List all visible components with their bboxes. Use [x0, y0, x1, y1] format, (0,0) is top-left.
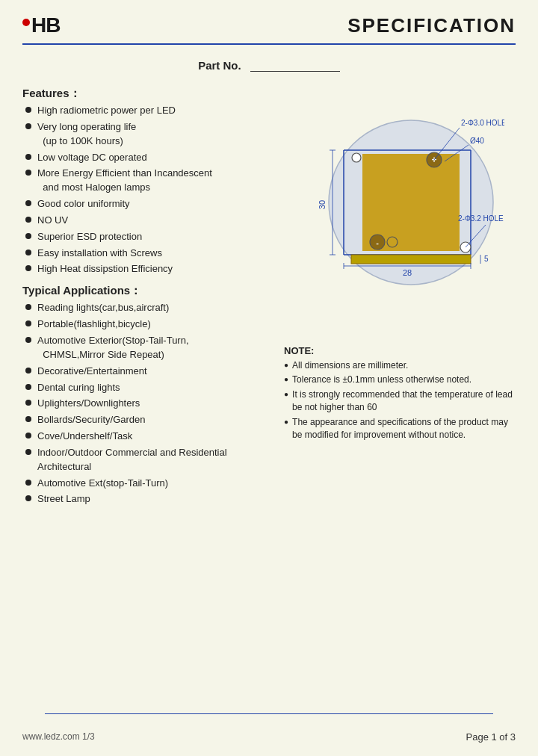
item-text: NO UV [37, 214, 276, 228]
bullet-dot [25, 107, 31, 113]
list-item: High Heat dissipstion Efficiency [22, 262, 276, 276]
item-text: Decorative/Entertainment [37, 365, 276, 379]
item-text: Indoor/Outdoor Commercial and Residentia… [37, 446, 276, 474]
item-text: High Heat dissipstion Efficiency [37, 262, 276, 276]
list-item: Very long operating life (up to 100K hou… [22, 120, 276, 149]
item-text: Cove/Undershelf/Task [37, 430, 276, 444]
bullet-dot [25, 368, 31, 374]
bullet-dot [25, 320, 31, 326]
svg-rect-6 [351, 255, 471, 264]
list-item: NO UV [22, 214, 276, 228]
part-no-line [250, 58, 340, 72]
right-column: + - 28 30 [284, 79, 516, 509]
svg-text:30: 30 [318, 200, 327, 209]
notes-section: NOTE: All dimensions are millimeter. Tol… [284, 341, 516, 441]
part-no-row: Part No. [0, 58, 538, 72]
note-item: Tolerance is ±0.1mm unless otherwise not… [284, 374, 516, 386]
logo-text: HB [31, 13, 60, 37]
footer-page: Page 1 of 3 [466, 731, 516, 743]
bullet-dot [25, 480, 31, 486]
item-text: Automotive Ext(stop-Tail-Turn) [37, 477, 276, 491]
item-text: More Energy Efficient than Incandescent … [37, 167, 276, 195]
list-item: Easy installation with Screws [22, 247, 276, 261]
item-text: Portable(flashlight,bicycle) [37, 317, 276, 332]
list-item: Low voltage DC operated [22, 151, 276, 165]
note-text: It is strongly recommended that the temp… [292, 388, 516, 415]
header-divider [22, 43, 516, 45]
item-text: Uplighters/Downlighters [37, 397, 276, 411]
footer-url: www.ledz.com 1/3 [22, 731, 95, 743]
list-item: More Energy Efficient than Incandescent … [22, 167, 276, 195]
list-item: Decorative/Entertainment [22, 365, 276, 379]
list-item: Street Lamp [22, 492, 276, 506]
item-text: Easy installation with Screws [37, 247, 276, 261]
bullet-dot [25, 449, 31, 455]
item-text: Dental curing lights [37, 381, 276, 395]
list-item: Bollards/Security/Garden [22, 413, 276, 427]
item-text: Reading lights(car,bus,aircraft) [37, 301, 276, 315]
notes-list: All dimensions are millimeter. Tolerance… [284, 359, 516, 441]
bullet-dot [25, 433, 31, 439]
list-item: Automotive Exterior(Stop-Tail-Turn, CHMS… [22, 334, 276, 362]
item-text: Superior ESD protection [37, 230, 276, 244]
list-item: Cove/Undershelf/Task [22, 430, 276, 444]
item-text: High radiometric power per LED [37, 104, 276, 118]
note-text: The appearance and specifications of the… [292, 416, 516, 442]
bullet-dot [25, 250, 31, 255]
page: HB SPECIFICATION Part No. Features： High… [0, 0, 538, 756]
note-text: Tolerance is ±0.1mm unless otherwise not… [292, 374, 471, 386]
svg-text:Ø40: Ø40 [470, 137, 484, 145]
list-item: Reading lights(car,bus,aircraft) [22, 301, 276, 315]
svg-point-12 [352, 153, 361, 162]
list-item: Uplighters/Downlighters [22, 397, 276, 411]
svg-text:5: 5 [484, 255, 489, 263]
list-item: Dental curing lights [22, 381, 276, 395]
component-diagram: + - 28 30 [295, 87, 504, 341]
note-item: All dimensions are millimeter. [284, 359, 516, 372]
bullet-dot [25, 400, 31, 406]
note-item: It is strongly recommended that the temp… [284, 388, 516, 415]
logo-dot [22, 19, 30, 26]
spec-title: SPECIFICATION [347, 14, 516, 37]
footer-divider [45, 713, 493, 715]
note-text: All dimensions are millimeter. [292, 359, 408, 372]
bullet-dot [25, 416, 31, 422]
item-text: Automotive Exterior(Stop-Tail-Turn, CHMS… [37, 334, 276, 362]
footer: www.ledz.com 1/3 Page 1 of 3 [0, 731, 538, 743]
part-no-label: Part No. [198, 59, 241, 72]
bullet-dot [25, 123, 31, 129]
item-text: Street Lamp [37, 492, 276, 506]
list-item: Portable(flashlight,bicycle) [22, 317, 276, 332]
notes-title: NOTE: [284, 345, 516, 356]
main-content: Features： High radiometric power per LED… [0, 72, 538, 509]
bullet-dot [25, 233, 31, 239]
svg-text:-: - [376, 238, 379, 247]
list-item: Indoor/Outdoor Commercial and Residentia… [22, 446, 276, 474]
list-item: High radiometric power per LED [22, 104, 276, 118]
bullet-dot [25, 200, 31, 206]
bullet-dot [25, 337, 31, 343]
bullet-dot [25, 154, 31, 160]
list-item: Good color uniformity [22, 197, 276, 211]
bullet-dot [25, 304, 31, 310]
features-title: Features： [22, 87, 276, 101]
bullet-dot [25, 265, 31, 271]
item-text: Good color uniformity [37, 197, 276, 211]
item-text: Low voltage DC operated [37, 151, 276, 165]
bullet-dot [25, 384, 31, 390]
bullet-dot [25, 217, 31, 223]
applications-title: Typical Applications： [22, 284, 276, 298]
bullet-dot [25, 495, 31, 501]
note-item: The appearance and specifications of the… [284, 416, 516, 442]
item-text: Very long operating life (up to 100K hou… [37, 120, 276, 149]
list-item: Automotive Ext(stop-Tail-Turn) [22, 477, 276, 491]
applications-list: Reading lights(car,bus,aircraft) Portabl… [22, 301, 276, 506]
bullet-dot [25, 170, 31, 176]
svg-text:28: 28 [403, 268, 412, 277]
item-text: Bollards/Security/Garden [37, 413, 276, 427]
svg-text:2-Φ3.0 HOLE: 2-Φ3.0 HOLE [461, 119, 504, 127]
header: HB SPECIFICATION [0, 0, 538, 37]
list-item: Superior ESD protection [22, 230, 276, 244]
logo: HB [22, 13, 60, 37]
svg-text:2-Φ3.2 HOLE: 2-Φ3.2 HOLE [458, 214, 504, 223]
